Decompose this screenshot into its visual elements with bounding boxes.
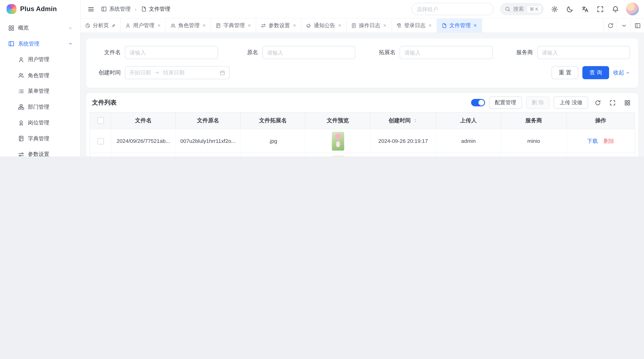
column-header-label: 操作 [595, 117, 606, 124]
tab[interactable]: 文件管理 [437, 18, 482, 32]
search-label: 搜索 [513, 5, 524, 13]
sidebar-item[interactable]: 角色管理 [3, 68, 77, 83]
sidebar-item[interactable]: 用户管理 [3, 52, 77, 67]
tab-close-icon[interactable] [428, 23, 432, 27]
filter-input[interactable] [125, 46, 218, 59]
menu-item-label: 字典管理 [28, 135, 49, 142]
main-area: 系统管理 文件管理 搜索 ⌘ K [80, 0, 644, 156]
tab[interactable]: 分析页 [80, 18, 121, 32]
menu-item-icon [18, 88, 24, 94]
tab-close-icon[interactable] [292, 23, 296, 27]
sidebar-item[interactable]: 概览 [3, 20, 77, 36]
config-manage-button[interactable]: 配置管理 [489, 96, 522, 109]
row-select-cell [90, 129, 111, 153]
tab-close-icon[interactable] [473, 23, 477, 27]
tab-options-button[interactable] [617, 18, 630, 32]
date-range-input[interactable]: 开始日期 结束日期 [125, 66, 230, 79]
refresh-table-button[interactable] [592, 97, 603, 108]
column-header-label: 文件原名 [197, 117, 219, 124]
column-header[interactable]: 创建时间 [370, 112, 436, 129]
sort-icon[interactable] [413, 118, 418, 123]
collapse-filters-link[interactable]: 收起 [613, 69, 630, 76]
batch-delete-button[interactable]: 删 除 [526, 96, 550, 109]
tab-icon [306, 23, 311, 28]
tab[interactable]: 参数设置 [256, 18, 302, 32]
tab-close-icon[interactable] [247, 23, 251, 27]
columns-grid-icon [624, 100, 630, 106]
breadcrumb-item[interactable]: 系统管理 [101, 5, 130, 13]
column-header-label: 文件拓展名 [259, 117, 287, 124]
column-header[interactable]: 上传人 [436, 112, 501, 129]
column-header[interactable]: 文件原名 [176, 112, 241, 129]
global-search-button[interactable]: 搜索 ⌘ K [500, 3, 544, 15]
cell-file-name: 2024/09/26/3159fab8... [111, 153, 176, 156]
table-toolbar-toggle[interactable] [471, 99, 485, 106]
sidebar: Plus Admin 概览 系统管理 用户管理 [0, 0, 80, 156]
column-header[interactable]: 服务商 [501, 112, 567, 129]
filter-input[interactable] [537, 46, 630, 59]
hamburger-menu-button[interactable] [86, 4, 96, 14]
tab-close-icon[interactable] [383, 23, 387, 27]
cell-create-time: 2024-09-26 20:19:17 [370, 129, 436, 153]
language-button[interactable] [580, 4, 590, 13]
page-content: 文件名 原名 拓展名 [80, 33, 644, 156]
tenant-select-input[interactable] [412, 3, 494, 15]
sidebar-item[interactable]: 系统管理 [3, 36, 77, 52]
menu-item-label: 角色管理 [28, 72, 49, 79]
refresh-page-button[interactable] [604, 18, 617, 32]
sidebar-item[interactable]: 岗位管理 [3, 115, 77, 131]
column-header[interactable]: 文件拓展名 [240, 112, 306, 129]
tab[interactable]: 字典管理 [211, 18, 256, 32]
settings-button[interactable] [550, 4, 559, 13]
sidebar-item[interactable]: 部门管理 [3, 99, 77, 115]
sidebar-item[interactable]: 参数设置 [3, 147, 77, 156]
upload-button[interactable]: 上传 没做 [554, 96, 588, 109]
search-button[interactable]: 查 询 [582, 66, 609, 79]
select-all-checkbox[interactable] [97, 117, 104, 124]
filter-label: 文件名 [94, 49, 121, 56]
app-logo[interactable]: Plus Admin [0, 0, 80, 18]
notifications-button[interactable] [611, 4, 620, 13]
cell-actions: 下载 删除 [567, 129, 634, 153]
sidebar-item[interactable]: 菜单管理 [3, 83, 77, 99]
tab[interactable]: 通知公告 [302, 18, 347, 32]
column-header-label: 上传人 [460, 117, 477, 124]
menu-item-label: 菜单管理 [28, 88, 49, 95]
sidebar-item[interactable]: 字典管理 [3, 131, 77, 146]
reset-button[interactable]: 重 置 [552, 66, 578, 79]
table-fullscreen-button[interactable] [607, 97, 618, 108]
theme-toggle-button[interactable] [565, 4, 574, 13]
tab-close-icon[interactable] [338, 23, 342, 27]
filter-row-2: 创建时间 开始日期 结束日期 重 置 查 询 收起 [94, 66, 630, 79]
tab[interactable]: 角色管理 [166, 18, 211, 32]
column-settings-button[interactable] [622, 97, 632, 108]
fullscreen-button[interactable] [596, 4, 605, 13]
filter-field: 服务商 [506, 46, 630, 59]
column-header[interactable]: 文件预览 [306, 112, 370, 129]
logo-icon [6, 4, 16, 14]
tab[interactable]: 登录日志 [392, 18, 437, 32]
layout-toggle-button[interactable] [630, 18, 644, 32]
filter-input[interactable] [400, 46, 493, 59]
download-link[interactable]: 下载 [587, 137, 598, 145]
row-checkbox[interactable] [97, 138, 104, 144]
user-avatar[interactable] [626, 2, 639, 15]
tab-close-icon[interactable] [157, 23, 161, 27]
cell-create-time: 2024-09-26 20:21:49 [370, 153, 436, 156]
gear-icon [551, 5, 558, 12]
menu-item-icon [18, 151, 24, 156]
table-header-row: 文件名 文件原名 文件拓展名 [90, 112, 634, 129]
file-preview-thumbnail[interactable] [332, 132, 344, 151]
file-preview-thumbnail[interactable] [332, 155, 344, 156]
column-header[interactable]: 文件名 [111, 112, 176, 129]
cell-original-name: 007u2bluly1hrr11xf2o... [176, 129, 241, 153]
tab-pin-icon[interactable] [111, 23, 116, 28]
filter-input[interactable] [262, 46, 355, 59]
tab-close-icon[interactable] [202, 23, 206, 27]
fullscreen-icon [596, 5, 604, 12]
delete-link[interactable]: 删除 [604, 137, 614, 145]
tab[interactable]: 操作日志 [347, 18, 392, 32]
column-header[interactable]: 操作 [567, 112, 634, 129]
tab[interactable]: 用户管理 [121, 18, 166, 32]
breadcrumb-item[interactable]: 文件管理 [133, 5, 170, 13]
